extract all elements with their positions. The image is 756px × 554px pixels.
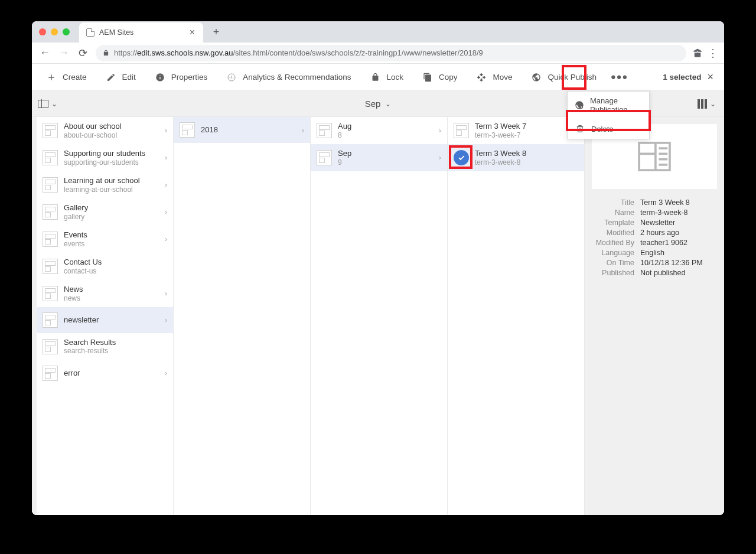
column-item[interactable]: Term 3 Week 8term-3-week-8: [448, 144, 584, 171]
column-item[interactable]: error›: [37, 360, 173, 386]
item-subtitle: search-results: [64, 347, 168, 355]
column-item[interactable]: 2018›: [174, 117, 310, 143]
reload-button[interactable]: ⟳: [74, 45, 91, 61]
item-subtitle: 9: [338, 158, 432, 167]
move-icon: [476, 72, 487, 83]
page-thumb-icon: [43, 286, 58, 301]
column-item[interactable]: newsletter›: [37, 307, 173, 333]
page-thumb-icon: [454, 123, 469, 138]
details-panel: TitleTerm 3 Week 8 Nameterm-3-week-8 Tem…: [585, 117, 724, 515]
create-button[interactable]: Create: [37, 64, 96, 90]
chevron-right-icon: ›: [301, 126, 305, 135]
page-thumb-icon: [180, 122, 195, 138]
trash-icon: [575, 123, 585, 134]
close-window[interactable]: [39, 28, 46, 35]
item-title: 2018: [201, 125, 295, 135]
item-title: Term 3 Week 7: [475, 122, 579, 131]
plus-icon: [46, 72, 57, 83]
item-subtitle: learning-at-our-school: [64, 185, 158, 194]
column-item[interactable]: Aug8›: [311, 117, 447, 144]
page-thumb-icon: [43, 123, 58, 138]
chevron-down-icon: ⌄: [51, 100, 57, 108]
column-item[interactable]: Contact Uscontact-us: [37, 253, 173, 280]
column-2: 2018›: [174, 117, 311, 515]
clear-selection-button[interactable]: ×: [707, 71, 713, 83]
column-item[interactable]: Eventsevents›: [37, 226, 173, 253]
zoom-window[interactable]: [63, 28, 70, 35]
account-icon[interactable]: [691, 47, 704, 60]
item-title: Aug: [338, 122, 432, 131]
tab-title: AEM Sites: [99, 28, 133, 37]
item-title: Sep: [338, 149, 432, 158]
rail-toggle-button[interactable]: ⌄: [34, 91, 60, 117]
item-subtitle: gallery: [64, 213, 158, 221]
more-actions-button[interactable]: •••: [606, 64, 633, 90]
properties-button[interactable]: Properties: [145, 64, 217, 90]
item-title: Search Results: [64, 338, 168, 347]
chevron-right-icon: ›: [438, 126, 442, 135]
manage-publication-item[interactable]: Manage Publication: [568, 92, 649, 119]
quick-publish-button[interactable]: Quick Publish: [522, 64, 606, 90]
copy-button[interactable]: Copy: [413, 64, 467, 90]
minimize-window[interactable]: [51, 28, 58, 35]
lock-icon: [103, 50, 109, 56]
page-thumb-icon: [43, 150, 58, 165]
page-thumb-icon: [43, 339, 58, 354]
traffic-lights: [39, 28, 70, 35]
tab-close-icon[interactable]: ×: [190, 27, 195, 38]
chevron-right-icon: ›: [164, 234, 168, 243]
item-title: Contact Us: [64, 258, 168, 267]
more-actions-menu: Manage Publication Delete: [567, 91, 650, 139]
chevron-right-icon: ›: [164, 369, 168, 377]
url-field[interactable]: https://edit.sws.schools.nsw.gov.au/site…: [96, 45, 686, 61]
action-toolbar: Create Edit Properties Analytics & Recom…: [32, 64, 724, 91]
chevron-right-icon: ›: [164, 207, 168, 216]
item-title: News: [64, 285, 158, 294]
back-button[interactable]: ←: [37, 45, 53, 61]
delete-item[interactable]: Delete: [568, 119, 649, 139]
newsletter-icon: [638, 142, 671, 171]
chevron-right-icon: ›: [164, 289, 168, 298]
item-subtitle: term-3-week-7: [475, 131, 579, 139]
column-item[interactable]: Sep9›: [311, 144, 447, 171]
column-view-icon: [698, 99, 707, 109]
chevron-right-icon: ›: [164, 153, 168, 162]
edit-button[interactable]: Edit: [96, 64, 145, 90]
copy-icon: [422, 72, 433, 83]
page-thumb-icon: [43, 259, 58, 274]
analytics-button[interactable]: Analytics & Recommendations: [217, 64, 360, 90]
item-subtitle: news: [64, 294, 158, 302]
column-item[interactable]: Search Resultssearch-results: [37, 333, 173, 360]
breadcrumb-title[interactable]: Sep⌄: [365, 99, 392, 109]
item-subtitle: term-3-week-8: [475, 158, 579, 167]
browser-tab[interactable]: AEM Sites ×: [79, 22, 203, 43]
address-bar: ← → ⟳ https://edit.sws.schools.nsw.gov.a…: [32, 43, 724, 64]
column-item[interactable]: Learning at our schoollearning-at-our-sc…: [37, 171, 173, 198]
column-item[interactable]: Supporting our studentssupporting-our-st…: [37, 144, 173, 171]
item-title: Supporting our students: [64, 149, 158, 158]
item-subtitle: contact-us: [64, 267, 168, 275]
page-thumb-icon: [317, 123, 332, 138]
page-thumb-icon: [43, 204, 58, 220]
item-title: Learning at our school: [64, 176, 158, 185]
chevron-right-icon: ›: [164, 315, 168, 324]
selected-check-icon[interactable]: [454, 150, 469, 165]
column-item[interactable]: Newsnews›: [37, 280, 173, 307]
view-switcher-button[interactable]: ⌄: [691, 91, 722, 117]
ellipsis-icon: •••: [614, 72, 625, 83]
selection-count: 1 selected×: [663, 71, 719, 83]
lock-button[interactable]: Lock: [360, 64, 413, 90]
lock-icon: [370, 72, 380, 83]
globe-gear-icon: [575, 100, 584, 110]
move-button[interactable]: Move: [467, 64, 522, 90]
column-item[interactable]: Gallerygallery›: [37, 198, 173, 226]
chevron-right-icon: ›: [164, 126, 168, 135]
new-tab-button[interactable]: +: [208, 24, 224, 40]
column-item[interactable]: Term 3 Week 7term-3-week-7: [448, 117, 584, 144]
browser-menu-icon[interactable]: ⋮: [706, 47, 719, 60]
item-subtitle: supporting-our-students: [64, 158, 158, 167]
column-item[interactable]: About our schoolabout-our-school›: [37, 117, 173, 144]
rail-icon: [38, 100, 48, 108]
titlebar: AEM Sites × +: [32, 21, 724, 43]
item-subtitle: about-our-school: [64, 131, 158, 139]
